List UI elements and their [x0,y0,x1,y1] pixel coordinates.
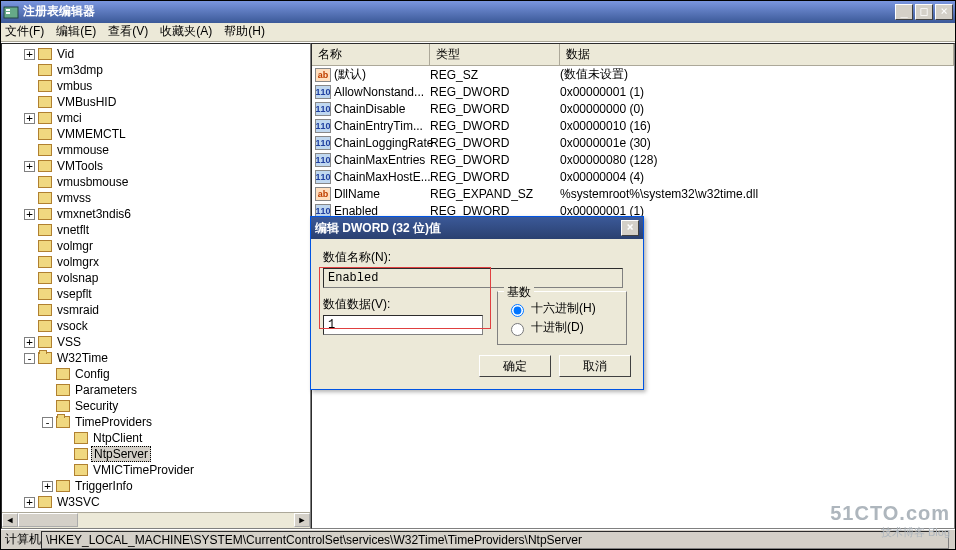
tree-item[interactable]: vmmouse [6,142,310,158]
scroll-left-button[interactable]: ◄ [2,513,18,527]
tree-label[interactable]: vmmouse [55,143,111,157]
tree-label[interactable]: VMTools [55,159,105,173]
registry-value-row[interactable]: 110ChainLoggingRateREG_DWORD0x0000001e (… [312,134,954,151]
tree-item[interactable]: -W32Time [6,350,310,366]
tree-expander[interactable]: - [24,353,35,364]
tree-label[interactable]: vmci [55,111,84,125]
value-data-input[interactable] [323,315,483,335]
registry-value-row[interactable]: ab(默认)REG_SZ(数值未设置) [312,66,954,83]
tree-item[interactable]: vmusbmouse [6,174,310,190]
tree-label[interactable]: vsmraid [55,303,101,317]
tree-label[interactable]: VMMEMCTL [55,127,128,141]
tree-label[interactable]: TimeProviders [73,415,154,429]
tree-expander[interactable]: + [24,113,35,124]
registry-value-row[interactable]: 110ChainMaxHostE...REG_DWORD0x00000004 (… [312,168,954,185]
tree-expander[interactable]: - [42,417,53,428]
tree-item[interactable]: vsock [6,318,310,334]
scroll-right-button[interactable]: ► [294,513,310,527]
col-name[interactable]: 名称 [312,44,430,65]
tree-scrollbar-h[interactable]: ◄ ► [2,512,310,528]
menu-view[interactable]: 查看(V) [108,23,148,40]
tree-label[interactable]: volsnap [55,271,100,285]
tree-pane[interactable]: +Vidvm3dmpvmbusVMBusHID+vmciVMMEMCTLvmmo… [1,43,311,529]
tree-label[interactable]: vnetflt [55,223,91,237]
tree-item[interactable]: vmbus [6,78,310,94]
tree-expander[interactable]: + [24,337,35,348]
value-type: REG_DWORD [430,170,560,184]
tree-item[interactable]: +W3SVC [6,494,310,510]
tree-label[interactable]: VMICTimeProvider [91,463,196,477]
col-type[interactable]: 类型 [430,44,560,65]
menu-help[interactable]: 帮助(H) [224,23,265,40]
tree-item[interactable]: vnetflt [6,222,310,238]
tree-item[interactable]: Security [6,398,310,414]
tree-item[interactable]: Parameters [6,382,310,398]
maximize-button[interactable]: □ [915,4,933,20]
radio-hex[interactable] [511,304,524,317]
registry-value-row[interactable]: 110AllowNonstand...REG_DWORD0x00000001 (… [312,83,954,100]
tree-label[interactable]: VMBusHID [55,95,118,109]
tree-item[interactable]: volmgrx [6,254,310,270]
registry-value-row[interactable]: abDllNameREG_EXPAND_SZ%systemroot%\syste… [312,185,954,202]
tree-expander[interactable]: + [42,481,53,492]
tree-item[interactable]: +VMTools [6,158,310,174]
tree-item[interactable]: VMMEMCTL [6,126,310,142]
tree-label[interactable]: NtpServer [91,446,151,462]
tree-item[interactable]: +Vid [6,46,310,62]
menu-file[interactable]: 文件(F) [5,23,44,40]
tree-item[interactable]: volmgr [6,238,310,254]
ok-button[interactable]: 确定 [479,355,551,377]
tree-label[interactable]: NtpClient [91,431,144,445]
tree-item[interactable]: volsnap [6,270,310,286]
tree-item[interactable]: NtpServer [6,446,310,462]
registry-value-row[interactable]: 110ChainDisableREG_DWORD0x00000000 (0) [312,100,954,117]
radio-dec[interactable] [511,323,524,336]
tree-label[interactable]: vmxnet3ndis6 [55,207,133,221]
tree-label[interactable]: Parameters [73,383,139,397]
dialog-titlebar[interactable]: 编辑 DWORD (32 位)值 × [311,217,643,239]
tree-expander[interactable]: + [24,49,35,60]
tree-expander[interactable]: + [24,209,35,220]
tree-item[interactable]: vmvss [6,190,310,206]
titlebar[interactable]: 注册表编辑器 _ □ × [1,1,955,23]
tree-item[interactable]: -TimeProviders [6,414,310,430]
tree-item[interactable]: VMICTimeProvider [6,462,310,478]
minimize-button[interactable]: _ [895,4,913,20]
tree-item[interactable]: vsepflt [6,286,310,302]
tree-label[interactable]: vsock [55,319,90,333]
registry-value-row[interactable]: 110ChainEntryTim...REG_DWORD0x00000010 (… [312,117,954,134]
tree-item[interactable]: +VSS [6,334,310,350]
tree-label[interactable]: TriggerInfo [73,479,135,493]
dialog-close-button[interactable]: × [621,220,639,236]
tree-label[interactable]: Config [73,367,112,381]
tree-expander[interactable]: + [24,161,35,172]
tree-label[interactable]: volmgr [55,239,95,253]
tree-item[interactable]: vm3dmp [6,62,310,78]
scroll-thumb[interactable] [18,513,78,527]
tree-item[interactable]: NtpClient [6,430,310,446]
registry-value-row[interactable]: 110ChainMaxEntriesREG_DWORD0x00000080 (1… [312,151,954,168]
close-button[interactable]: × [935,4,953,20]
tree-label[interactable]: volmgrx [55,255,101,269]
tree-label[interactable]: vsepflt [55,287,94,301]
tree-label[interactable]: VSS [55,335,83,349]
tree-item[interactable]: vsmraid [6,302,310,318]
tree-label[interactable]: vm3dmp [55,63,105,77]
col-data[interactable]: 数据 [560,44,954,65]
menu-edit[interactable]: 编辑(E) [56,23,96,40]
tree-expander[interactable]: + [24,497,35,508]
tree-label[interactable]: Vid [55,47,76,61]
tree-item[interactable]: +vmxnet3ndis6 [6,206,310,222]
tree-item[interactable]: VMBusHID [6,94,310,110]
tree-item[interactable]: +vmci [6,110,310,126]
tree-item[interactable]: Config [6,366,310,382]
cancel-button[interactable]: 取消 [559,355,631,377]
tree-label[interactable]: W3SVC [55,495,102,509]
tree-label[interactable]: vmusbmouse [55,175,130,189]
tree-label[interactable]: W32Time [55,351,110,365]
tree-label[interactable]: Security [73,399,120,413]
menu-favorites[interactable]: 收藏夹(A) [160,23,212,40]
tree-item[interactable]: +TriggerInfo [6,478,310,494]
tree-label[interactable]: vmvss [55,191,93,205]
tree-label[interactable]: vmbus [55,79,94,93]
